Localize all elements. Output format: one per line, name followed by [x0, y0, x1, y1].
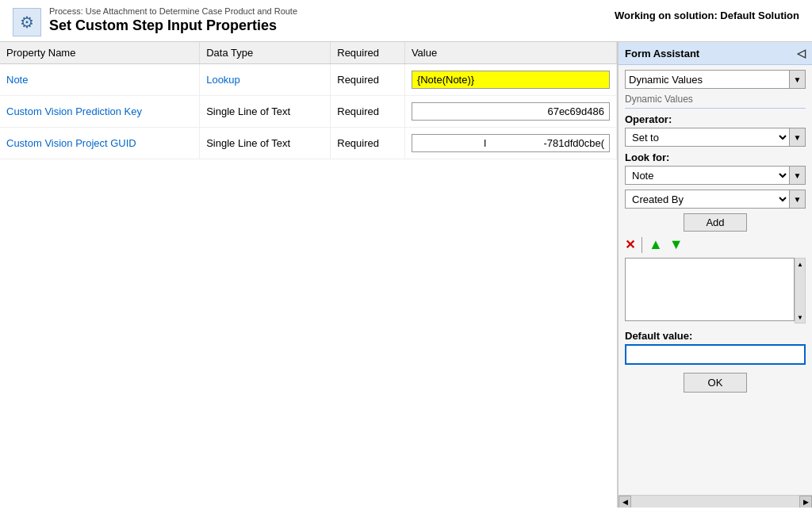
gear-icon: ⚙: [13, 8, 41, 36]
scroll-down-btn[interactable]: ▼: [795, 312, 806, 323]
header-text: Process: Use Attachment to Determine Cas…: [49, 6, 297, 34]
scroll-track: [631, 496, 799, 508]
page-title: Set Custom Step Input Properties: [49, 17, 297, 34]
default-value-label: Default value:: [625, 330, 806, 342]
value-input-note[interactable]: [412, 71, 610, 89]
value-cell-project-guid: [404, 128, 616, 159]
look-for-label: Look for:: [625, 151, 806, 163]
required-prediction-key: Required: [331, 96, 405, 128]
value-input-prediction-key[interactable]: [412, 102, 610, 121]
required-project-guid: Required: [331, 128, 405, 159]
property-name-prediction-key[interactable]: Custom Vision Prediction Key: [6, 105, 142, 117]
col-property-name: Property Name: [0, 42, 200, 64]
property-name-project-guid[interactable]: Custom Vision Project GUID: [6, 137, 136, 149]
created-by-select-row: Created By ▼: [625, 190, 806, 209]
required-note: Required: [331, 64, 405, 96]
textarea-scrollbar[interactable]: ▲ ▼: [795, 258, 806, 324]
table-row: Custom Vision Prediction Key Single Line…: [0, 96, 617, 128]
dynamic-values-section-label: Dynamic Values: [625, 94, 806, 105]
dynamic-values-dropdown-row: Dynamic Values ▼: [625, 70, 806, 89]
look-for-select[interactable]: Note: [625, 166, 790, 185]
property-name-note[interactable]: Note: [6, 74, 28, 86]
panel-body: Dynamic Values ▼ Dynamic Values Operator…: [619, 65, 812, 495]
value-cell-note: [404, 64, 616, 96]
scroll-up-btn[interactable]: ▲: [795, 259, 806, 270]
properties-table: Property Name Data Type Required Value N…: [0, 42, 617, 159]
operator-select[interactable]: Set to: [625, 128, 790, 147]
ok-button[interactable]: OK: [684, 373, 747, 393]
value-cell-prediction-key: [404, 96, 616, 128]
col-required: Required: [331, 42, 405, 64]
dynamic-values-arrow[interactable]: ▼: [790, 70, 806, 89]
header-left: ⚙ Process: Use Attachment to Determine C…: [13, 6, 297, 36]
table-row: Custom Vision Project GUID Single Line o…: [0, 128, 617, 159]
panel-title: Form Assistant: [625, 48, 699, 59]
data-type-project-guid: Single Line of Text: [200, 128, 331, 159]
scroll-right-btn[interactable]: ▶: [799, 496, 812, 508]
value-textarea-wrapper: ▲ ▼: [625, 258, 806, 324]
data-type-prediction-key: Single Line of Text: [200, 96, 331, 128]
operator-select-row: Set to ▼: [625, 128, 806, 147]
col-value: Value: [404, 42, 616, 64]
main-layout: Property Name Data Type Required Value N…: [0, 42, 812, 508]
operator-arrow[interactable]: ▼: [790, 128, 806, 147]
operator-label: Operator:: [625, 113, 806, 125]
form-assistant-panel: Form Assistant ◁ Dynamic Values ▼ Dynami…: [618, 42, 812, 508]
delete-icon[interactable]: ✕: [625, 237, 635, 252]
panel-header: Form Assistant ◁: [619, 42, 812, 65]
working-on-label: Working on solution: Default Solution: [615, 10, 799, 21]
panel-bottom-scrollbar: ◀ ▶: [619, 495, 812, 508]
add-button[interactable]: Add: [684, 213, 747, 232]
top-header: ⚙ Process: Use Attachment to Determine C…: [0, 0, 812, 42]
look-for-arrow[interactable]: ▼: [790, 166, 806, 185]
divider: [625, 108, 806, 109]
scroll-left-btn[interactable]: ◀: [619, 496, 631, 508]
created-by-select[interactable]: Created By: [625, 190, 790, 209]
value-textarea[interactable]: [625, 258, 795, 321]
table-row: Note Lookup Required: [0, 64, 617, 96]
look-for-select-row: Note ▼: [625, 166, 806, 185]
left-content: Property Name Data Type Required Value N…: [0, 42, 618, 508]
dynamic-values-select[interactable]: Dynamic Values: [625, 70, 790, 89]
separator: [642, 237, 642, 253]
process-subtitle: Process: Use Attachment to Determine Cas…: [49, 6, 297, 16]
action-icons-row: ✕ ▲ ▼: [625, 236, 806, 253]
move-up-icon[interactable]: ▲: [649, 236, 663, 253]
data-type-note[interactable]: Lookup: [206, 74, 240, 86]
panel-expand-icon[interactable]: ◁: [797, 47, 806, 59]
default-value-input[interactable]: [625, 344, 806, 365]
move-down-icon[interactable]: ▼: [669, 236, 684, 253]
value-input-project-guid[interactable]: [412, 134, 610, 152]
created-by-arrow[interactable]: ▼: [790, 190, 806, 209]
col-data-type: Data Type: [200, 42, 331, 64]
